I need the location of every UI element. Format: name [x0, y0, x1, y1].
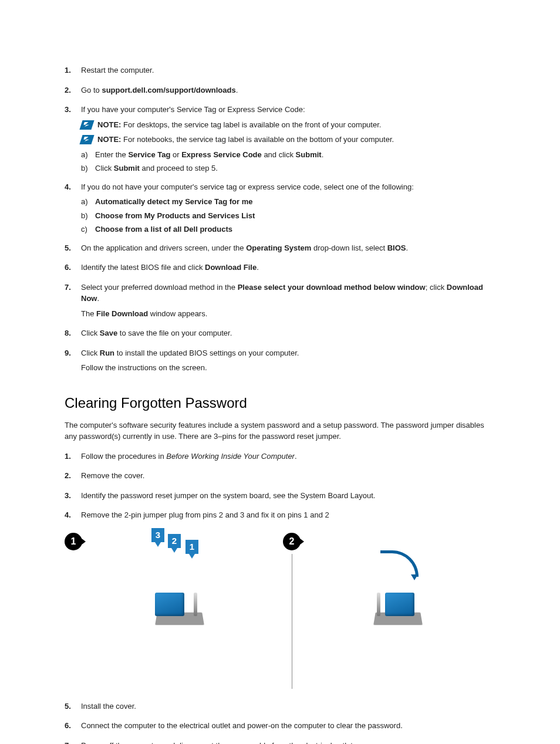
list-number: 8. [65, 327, 81, 343]
list-body: Connect the computer to the electrical o… [81, 720, 495, 735]
list-item: 1.Restart the computer. [65, 65, 495, 80]
list-body: Remove the 2-pin jumper plug from pins 2… [81, 509, 495, 525]
jumper-before: 3 2 1 [88, 533, 277, 650]
section-heading: Clearing Forgotten Password [65, 395, 495, 411]
step-badge-1: 1 [65, 533, 82, 550]
list-number: 2. [65, 84, 81, 100]
list-item: 7.Power-off the computer and disconnect … [65, 740, 495, 745]
list-number: 6. [65, 262, 81, 277]
list-body: Identify the latest BIOS file and click … [81, 262, 495, 277]
list-number: 5. [65, 242, 81, 258]
list-number: 3. [65, 104, 81, 177]
list-item: 3.If you have your computer's Service Ta… [65, 104, 495, 177]
list-item: 5.On the application and drivers screen,… [65, 242, 495, 258]
list-body: Click Run to install the updated BIOS se… [81, 347, 495, 377]
motion-arrow-icon [380, 550, 419, 577]
list-body: If you do not have your computer's servi… [81, 181, 495, 238]
list-item: 9.Click Run to install the updated BIOS … [65, 347, 495, 377]
list-body: Restart the computer. [81, 65, 495, 80]
list-number: 4. [65, 509, 81, 525]
sub-list: a)Enter the Service Tag or Express Servi… [81, 149, 495, 174]
figure-divider [292, 554, 292, 689]
step-badge-2: 2 [283, 533, 301, 550]
list-item: 2.Go to support.dell.com/support/downloa… [65, 84, 495, 100]
note-icon [79, 135, 94, 144]
document-page: 1.Restart the computer.2.Go to support.d… [0, 0, 560, 744]
sub-list-item: c)Choose from a list of all Dell product… [81, 224, 495, 235]
intro-paragraph: The computer's software security feature… [65, 420, 495, 442]
list-number: 3. [65, 490, 81, 505]
jumper-after [306, 533, 495, 650]
list-item: 8.Click Save to save the file on your co… [65, 327, 495, 343]
list-number: 5. [65, 701, 81, 716]
list-item: 3.Identify the password reset jumper on … [65, 490, 495, 505]
list-number: 7. [65, 282, 81, 323]
list-number: 9. [65, 347, 81, 377]
sub-list-item: a)Enter the Service Tag or Express Servi… [81, 149, 495, 161]
list-item: 2.Remove the cover. [65, 470, 495, 485]
list-number: 7. [65, 740, 81, 745]
sub-list-item: b)Click Submit and proceed to step 5. [81, 163, 495, 174]
pin-label-1: 1 [185, 540, 198, 554]
list-body: If you have your computer's Service Tag … [81, 104, 495, 177]
list-number: 6. [65, 720, 81, 735]
list-item: 7.Select your preferred download method … [65, 282, 495, 323]
list-number: 1. [65, 65, 81, 80]
list-item: 5.Install the cover. [65, 701, 495, 716]
sub-list: a)Automatically detect my Service Tag fo… [81, 196, 495, 235]
note-icon [79, 120, 94, 130]
list-body: Identify the password reset jumper on th… [81, 490, 495, 505]
list-number: 1. [65, 451, 81, 466]
jumper-figure: 1 3 2 1 2 [65, 533, 495, 689]
list-item: 1.Follow the procedures in Before Workin… [65, 451, 495, 466]
sub-list-item: b)Choose from My Products and Services L… [81, 210, 495, 222]
pin-label-3: 3 [151, 528, 164, 542]
procedure-list-password-b: 5.Install the cover.6.Connect the comput… [65, 701, 495, 745]
procedure-list-bios: 1.Restart the computer.2.Go to support.d… [65, 65, 495, 377]
list-body: Click Save to save the file on your comp… [81, 327, 495, 343]
list-item: 6.Identify the latest BIOS file and clic… [65, 262, 495, 277]
list-number: 4. [65, 181, 81, 238]
pin-label-2: 2 [168, 534, 181, 548]
procedure-list-password-a: 1.Follow the procedures in Before Workin… [65, 451, 495, 525]
sub-list-item: a)Automatically detect my Service Tag fo… [81, 196, 495, 208]
list-item: 6.Connect the computer to the electrical… [65, 720, 495, 735]
list-body: Remove the cover. [81, 470, 495, 485]
list-item: 4.If you do not have your computer's ser… [65, 181, 495, 238]
list-body: Follow the procedures in Before Working … [81, 451, 495, 466]
list-item: 4.Remove the 2-pin jumper plug from pins… [65, 509, 495, 525]
note: NOTE: For notebooks, the service tag lab… [81, 134, 495, 146]
list-body: Install the cover. [81, 701, 495, 716]
list-body: Power-off the computer and disconnect th… [81, 740, 495, 745]
list-body: On the application and drivers screen, u… [81, 242, 495, 258]
list-number: 2. [65, 470, 81, 485]
note: NOTE: For desktops, the service tag labe… [81, 119, 495, 131]
list-body: Select your preferred download method in… [81, 282, 495, 323]
list-body: Go to support.dell.com/support/downloads… [81, 84, 495, 100]
